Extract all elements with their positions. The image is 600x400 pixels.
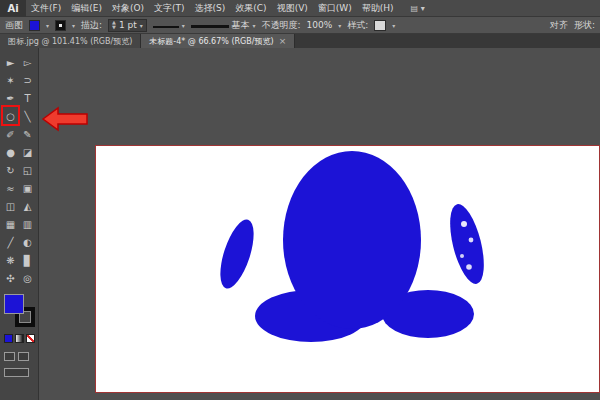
eraser-tool[interactable]: ◪ (19, 143, 36, 161)
stroke-weight-value[interactable]: 1 pt (119, 20, 137, 30)
style-dropdown-icon[interactable]: ▾ (392, 22, 395, 29)
menu-help[interactable]: 帮助(H) (357, 0, 399, 17)
tab-title: 未标题-4* @ 66.67% (RGB/预览) (149, 36, 273, 47)
fill-dropdown-icon[interactable]: ▾ (46, 22, 49, 29)
control-bar: 画图 ▾ ▾ 描边: ▲▼ 1 pt ▾ ▾ 基本 ▾ 不透明度: 100% ▾… (0, 17, 600, 34)
context-label: 画图 (5, 19, 23, 32)
hand-tool[interactable]: ✣ (2, 269, 19, 287)
menu-object[interactable]: 对象(O) (107, 0, 149, 17)
document-tab-bar: 图标.jpg @ 101.41% (RGB/预览) 未标题-4* @ 66.67… (0, 34, 600, 48)
app-logo: Ai (0, 0, 26, 17)
texture-dot (466, 264, 472, 270)
scale-tool[interactable]: ◱ (19, 161, 36, 179)
tools-grid: ► ▻ ✶ ⊃ ✒ T ○ ╲ ✐ ✎ ● ◪ ↻ ◱ ≈ ▣ ◫ ◭ ▦ ▥ … (0, 48, 38, 287)
stroke-weight-label: 描边: (81, 19, 102, 32)
opacity-label: 不透明度: (261, 19, 300, 32)
menu-select[interactable]: 选择(S) (190, 0, 231, 17)
tab-document-2[interactable]: 未标题-4* @ 66.67% (RGB/预览) × (141, 34, 295, 48)
canvas-area[interactable] (39, 48, 600, 400)
blob-brush-tool[interactable]: ● (2, 143, 19, 161)
column-graph-tool[interactable]: ▊ (19, 251, 36, 269)
shape-builder-tool[interactable]: ◫ (2, 197, 19, 215)
tab-document-1[interactable]: 图标.jpg @ 101.41% (RGB/预览) (0, 34, 141, 48)
brush-dropdown-icon[interactable]: ▾ (252, 22, 255, 29)
texture-dot (461, 221, 467, 227)
stepper-arrows-icon[interactable]: ▲▼ (112, 20, 116, 30)
brush-definition-value[interactable]: 基本 (232, 20, 250, 30)
line-tool[interactable]: ╲ (19, 107, 36, 125)
brush-stroke-icon (191, 25, 229, 28)
align-label[interactable]: 对齐 (550, 19, 568, 32)
color-mode-icon[interactable] (4, 334, 13, 343)
variable-width-dropdown[interactable]: ▾ (153, 20, 185, 30)
perspective-grid-tool[interactable]: ◭ (19, 197, 36, 215)
menu-effect[interactable]: 效果(C) (230, 0, 271, 17)
selection-tool[interactable]: ► (2, 53, 19, 71)
stroke-weight-dropdown-icon[interactable]: ▾ (140, 22, 143, 29)
menu-view[interactable]: 视图(V) (272, 0, 313, 17)
width-profile-icon (153, 26, 179, 28)
zoom-tool[interactable]: ◎ (19, 269, 36, 287)
pencil-tool[interactable]: ✎ (19, 125, 36, 143)
type-tool[interactable]: T (19, 89, 36, 107)
gradient-tool[interactable]: ▥ (19, 215, 36, 233)
lasso-tool[interactable]: ⊃ (19, 71, 36, 89)
drawn-left-wing-ellipse[interactable] (214, 216, 261, 293)
none-mode-icon[interactable] (26, 334, 35, 343)
stroke-color-swatch[interactable] (55, 20, 66, 31)
width-tool[interactable]: ≈ (2, 179, 19, 197)
texture-dot (460, 254, 464, 258)
menu-type[interactable]: 文字(T) (149, 0, 190, 17)
style-swatch[interactable] (374, 20, 386, 31)
menu-edit[interactable]: 编辑(E) (66, 0, 107, 17)
eyedropper-tool[interactable]: ╱ (2, 233, 19, 251)
opacity-value[interactable]: 100% (307, 20, 333, 30)
shape-label: 形状: (574, 19, 595, 32)
illustrator-window: Ai 文件(F) 编辑(E) 对象(O) 文字(T) 选择(S) 效果(C) 视… (0, 0, 600, 400)
paintbrush-tool[interactable]: ✐ (2, 125, 19, 143)
magic-wand-tool[interactable]: ✶ (2, 71, 19, 89)
tool-highlight-box (1, 105, 20, 126)
tools-panel: ► ▻ ✶ ⊃ ✒ T ○ ╲ ✐ ✎ ● ◪ ↻ ◱ ≈ ▣ ◫ ◭ ▦ ▥ … (0, 48, 39, 400)
pointer-arrow-icon (41, 105, 89, 133)
draw-normal-mode-icon[interactable] (4, 352, 15, 361)
free-transform-tool[interactable]: ▣ (19, 179, 36, 197)
menu-window[interactable]: 窗口(W) (313, 0, 357, 17)
opacity-dropdown-icon[interactable]: ▾ (338, 22, 341, 29)
mesh-tool[interactable]: ▦ (2, 215, 19, 233)
width-dropdown-icon[interactable]: ▾ (182, 22, 185, 29)
tab-title: 图标.jpg @ 101.41% (RGB/预览) (8, 36, 132, 47)
blend-tool[interactable]: ◐ (19, 233, 36, 251)
stroke-dropdown-icon[interactable]: ▾ (72, 22, 75, 29)
texture-dot (469, 238, 474, 243)
fill-swatch[interactable] (4, 294, 24, 314)
menu-file[interactable]: 文件(F) (26, 0, 66, 17)
rotate-tool[interactable]: ↻ (2, 161, 19, 179)
direct-selection-tool[interactable]: ▻ (19, 53, 36, 71)
drawn-right-wing-ellipse[interactable] (443, 201, 490, 287)
gradient-mode-icon[interactable] (15, 334, 24, 343)
fill-color-swatch[interactable] (29, 20, 40, 31)
style-label: 样式: (347, 19, 368, 32)
menu-bar: Ai 文件(F) 编辑(E) 对象(O) 文字(T) 选择(S) 效果(C) 视… (0, 0, 600, 17)
drawn-body-ellipse[interactable] (283, 151, 421, 329)
screen-mode-icon[interactable] (4, 368, 29, 377)
stroke-weight-stepper[interactable]: ▲▼ 1 pt ▾ (108, 19, 147, 32)
workspace-switcher-icon[interactable]: ▤ ▾ (407, 4, 429, 13)
artboard[interactable] (95, 145, 600, 393)
brush-definition-dropdown[interactable]: 基本 ▾ (191, 19, 256, 32)
symbol-sprayer-tool[interactable]: ❋ (2, 251, 19, 269)
tab-close-icon[interactable]: × (279, 37, 287, 46)
draw-behind-mode-icon[interactable] (18, 352, 29, 361)
artwork (96, 146, 599, 392)
